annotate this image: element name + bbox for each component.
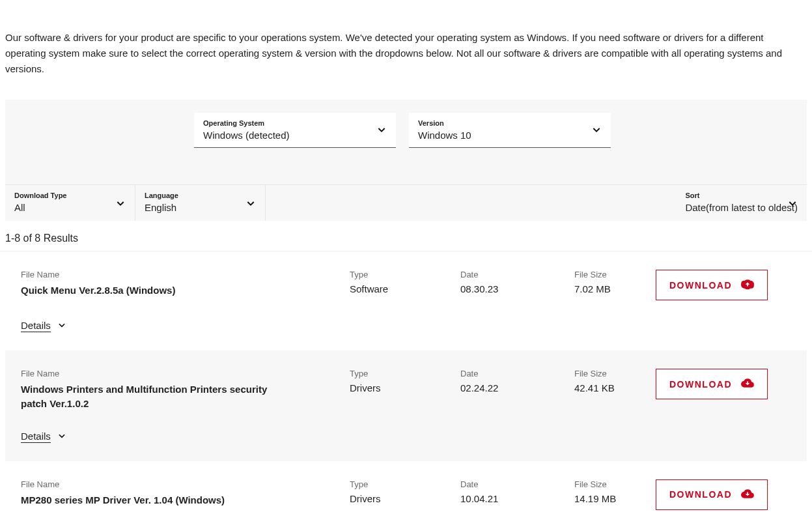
date-header: Date <box>460 369 574 378</box>
details-label: Details <box>21 320 51 332</box>
details-toggle[interactable]: Details <box>21 320 66 332</box>
size-header: File Size <box>574 270 656 279</box>
download-type-label: Download Type <box>14 192 126 199</box>
type-value: Drivers <box>350 493 460 504</box>
chevron-down-icon <box>591 124 602 137</box>
primary-filter-bar: Operating System Windows (detected) Vers… <box>5 100 807 184</box>
os-select[interactable]: Operating System Windows (detected) <box>194 113 396 148</box>
version-value: Windows 10 <box>418 130 602 141</box>
filename-value: MP280 series MP Driver Ver. 1.04 (Window… <box>21 493 281 507</box>
download-button-label: DOWNLOAD <box>669 280 732 291</box>
type-value: Drivers <box>350 382 460 393</box>
date-value: 10.04.21 <box>460 493 574 504</box>
download-button[interactable]: DOWNLOAD <box>656 369 768 399</box>
download-type-value: All <box>14 202 126 213</box>
type-header: Type <box>350 270 460 279</box>
cloud-download-icon <box>741 277 754 292</box>
size-header: File Size <box>574 369 656 378</box>
chevron-down-icon <box>115 198 126 210</box>
result-item: File Name Windows Printers and Multifunc… <box>5 350 807 461</box>
cloud-download-icon <box>741 377 754 391</box>
sort-value: Date(from latest to oldest) <box>685 202 798 213</box>
type-header: Type <box>350 479 460 489</box>
type-header: Type <box>350 369 460 378</box>
language-value: English <box>145 202 256 213</box>
secondary-filter-bar: Download Type All Language English Sort … <box>5 184 807 221</box>
date-header: Date <box>460 270 574 279</box>
date-header: Date <box>460 479 574 489</box>
sort-label: Sort <box>685 192 798 199</box>
size-value: 7.02 MB <box>574 283 656 294</box>
size-value: 42.41 KB <box>574 382 656 393</box>
type-value: Software <box>350 283 460 294</box>
date-value: 02.24.22 <box>460 382 574 393</box>
details-label: Details <box>21 431 51 443</box>
date-value: 08.30.23 <box>460 283 574 294</box>
chevron-down-icon <box>245 198 256 210</box>
chevron-down-icon <box>57 431 66 442</box>
filename-header: File Name <box>21 479 350 489</box>
filename-value: Quick Menu Ver.2.8.5a (Windows) <box>21 283 281 298</box>
download-button-label: DOWNLOAD <box>669 489 732 500</box>
language-label: Language <box>145 192 256 199</box>
download-button-label: DOWNLOAD <box>669 379 732 390</box>
download-button[interactable]: DOWNLOAD <box>656 270 768 300</box>
filename-header: File Name <box>21 270 350 279</box>
result-item: File Name MP280 series MP Driver Ver. 1.… <box>5 461 807 513</box>
download-type-select[interactable]: Download Type All <box>5 185 135 221</box>
filename-value: Windows Printers and Multifunction Print… <box>21 382 281 411</box>
language-select[interactable]: Language English <box>135 185 266 221</box>
download-button[interactable]: DOWNLOAD <box>656 479 768 510</box>
filename-header: File Name <box>21 369 350 378</box>
cloud-download-icon <box>741 487 754 502</box>
sort-select[interactable]: Sort Date(from latest to oldest) <box>676 185 807 221</box>
version-select[interactable]: Version Windows 10 <box>409 113 611 148</box>
intro-paragraph: Our software & drivers for your product … <box>0 0 812 77</box>
os-value: Windows (detected) <box>203 130 387 141</box>
chevron-down-icon <box>787 198 798 210</box>
chevron-down-icon <box>376 124 387 137</box>
results-count: 1-8 of 8 Results <box>0 221 812 251</box>
chevron-down-icon <box>57 320 66 332</box>
details-toggle[interactable]: Details <box>21 431 66 443</box>
size-header: File Size <box>574 479 656 489</box>
result-item: File Name Quick Menu Ver.2.8.5a (Windows… <box>5 251 807 350</box>
size-value: 14.19 MB <box>574 493 656 504</box>
version-label: Version <box>418 119 602 127</box>
os-label: Operating System <box>203 119 387 127</box>
